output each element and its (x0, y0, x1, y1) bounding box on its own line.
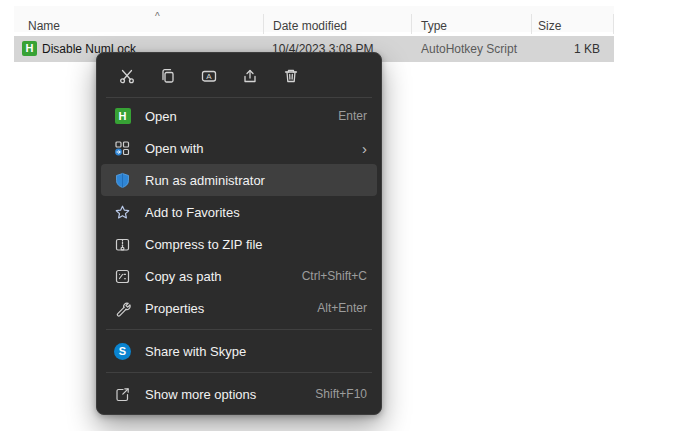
column-divider[interactable] (613, 14, 614, 34)
menu-item-add-to-favorites[interactable]: Add to Favorites (101, 196, 377, 228)
copy-icon[interactable] (159, 67, 177, 85)
context-menu: A H Open Enter (96, 52, 382, 415)
menu-item-label: Show more options (145, 387, 256, 402)
menu-item-share-with-skype[interactable]: S Share with Skype (101, 335, 377, 367)
rename-letter: A (206, 72, 212, 81)
menu-item-label: Open with (145, 141, 204, 156)
share-icon[interactable] (241, 67, 259, 85)
column-divider[interactable] (531, 14, 532, 34)
wrench-icon (114, 300, 131, 317)
menu-item-shortcut: Shift+F10 (315, 387, 367, 401)
menu-item-copy-as-path[interactable]: Copy as path Ctrl+Shift+C (101, 260, 377, 292)
open-with-icon (114, 140, 131, 157)
column-divider[interactable] (411, 14, 412, 34)
column-header-type[interactable]: Type (421, 19, 447, 33)
rename-icon[interactable]: A (200, 67, 218, 85)
menu-item-label: Copy as path (145, 269, 222, 284)
file-list-header: Name ^ Date modified Type Size (14, 6, 614, 32)
menu-item-label: Open (145, 109, 177, 124)
menu-item-shortcut: Ctrl+Shift+C (302, 269, 367, 283)
menu-item-open-with[interactable]: Open with › (101, 132, 377, 164)
admin-shield-icon (114, 172, 131, 189)
menu-item-open[interactable]: H Open Enter (101, 100, 377, 132)
context-menu-toolbar: A (101, 57, 377, 95)
column-header-name[interactable]: Name (28, 19, 60, 33)
menu-separator (106, 329, 372, 330)
delete-icon[interactable] (282, 67, 300, 85)
external-icon (114, 386, 131, 403)
zip-icon (114, 236, 131, 253)
menu-item-compress-to-zip[interactable]: Compress to ZIP file (101, 228, 377, 260)
menu-item-shortcut: Enter (338, 109, 367, 123)
menu-item-label: Properties (145, 301, 204, 316)
file-type: AutoHotkey Script (421, 42, 517, 56)
menu-item-shortcut: Alt+Enter (317, 301, 367, 315)
cut-icon[interactable] (118, 67, 136, 85)
menu-separator (106, 97, 372, 98)
menu-item-run-as-administrator[interactable]: Run as administrator (101, 164, 377, 196)
copy-path-icon (114, 268, 131, 285)
menu-item-label: Add to Favorites (145, 205, 240, 220)
menu-item-label: Run as administrator (145, 173, 265, 188)
file-size: 1 KB (534, 42, 600, 56)
menu-separator (106, 372, 372, 373)
menu-item-properties[interactable]: Properties Alt+Enter (101, 292, 377, 324)
autohotkey-icon: H (114, 108, 131, 125)
menu-item-label: Share with Skype (145, 344, 246, 359)
menu-item-show-more-options[interactable]: Show more options Shift+F10 (101, 378, 377, 410)
skype-icon: S (114, 343, 131, 360)
column-header-size[interactable]: Size (538, 19, 561, 33)
menu-item-label: Compress to ZIP file (145, 237, 263, 252)
star-icon (114, 204, 131, 221)
column-divider[interactable] (263, 14, 264, 34)
submenu-chevron-icon: › (362, 141, 367, 156)
autohotkey-file-icon: H (22, 41, 37, 56)
column-header-date-modified[interactable]: Date modified (273, 19, 347, 33)
sort-ascending-icon[interactable]: ^ (155, 11, 160, 22)
